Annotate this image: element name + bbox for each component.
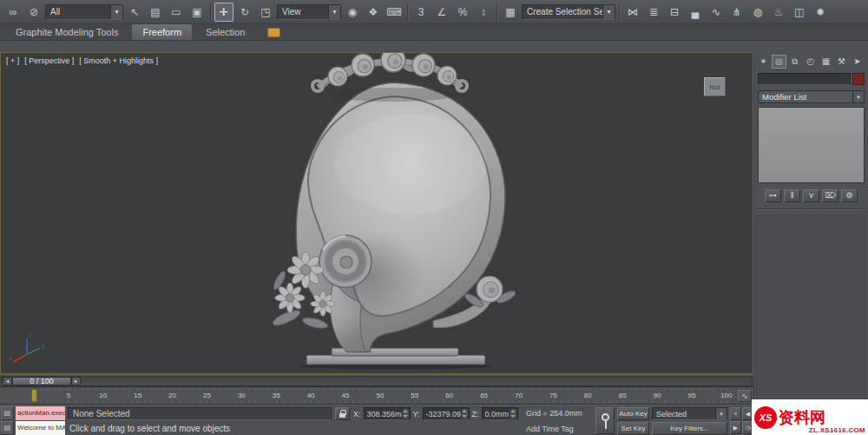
ribbon-display-toggle[interactable] [267, 28, 280, 37]
mirror-icon[interactable]: ⋈ [623, 3, 642, 22]
track-bar[interactable]: 0510152025303540455055606570758085909510… [0, 386, 753, 405]
display-tab[interactable]: ▦ [819, 55, 833, 69]
transform-type-in: X: 308.356mm Y: -32379.09 Z: 0.0mm [353, 407, 518, 420]
select-and-manipulate-icon[interactable]: ❖ [364, 3, 383, 22]
select-and-rotate-icon[interactable]: ↻ [235, 3, 254, 22]
spinner-icon[interactable] [462, 409, 468, 419]
angle-snap-icon[interactable]: ∠ [432, 3, 451, 22]
select-object-icon[interactable]: ↖ [125, 3, 144, 22]
spinner-icon[interactable] [403, 409, 409, 419]
floating-note-box[interactable]: Not [704, 77, 726, 96]
macro-recorder-field[interactable]: actionMan.exec... [16, 406, 65, 420]
modifier-stack[interactable] [758, 107, 865, 183]
curve-editor-icon[interactable]: ∿ [707, 3, 726, 22]
x-coordinate-field[interactable]: 308.356mm [364, 407, 411, 420]
watermark-brand: 资料网 [779, 407, 825, 428]
set-keys-button[interactable] [595, 407, 615, 434]
toolbar-separator [210, 3, 211, 21]
create-tab[interactable]: ✶ [756, 55, 771, 69]
perspective-viewport[interactable]: [ + ] [ Perspective ] [ Smooth + Highlig… [0, 52, 753, 374]
motion-tab[interactable]: ◴ [803, 55, 818, 69]
viewport-label: [ + ] [ Perspective ] [ Smooth + Highlig… [6, 56, 158, 65]
show-end-result-button[interactable]: ‖ [784, 189, 800, 202]
percent-snap-icon[interactable]: % [453, 3, 472, 22]
z-coordinate-field[interactable]: 0.0mm [482, 407, 518, 420]
key-filters-button[interactable]: Key Filters... [652, 422, 727, 435]
tab-graphite-modeling-tools[interactable]: Graphite Modeling Tools [5, 24, 128, 40]
unlink-selection-icon[interactable]: ⊘ [24, 3, 43, 22]
maxscript-listener-icon[interactable]: ▤ [1, 421, 14, 435]
time-slider-track[interactable]: 0 / 100 [1, 376, 753, 386]
object-color-swatch[interactable] [852, 73, 865, 85]
go-to-start-button[interactable]: « [730, 407, 741, 420]
selection-status-field[interactable]: None Selected [68, 407, 332, 420]
align-icon[interactable]: ≣ [644, 3, 663, 22]
key-mode-dropdown[interactable]: Selected [652, 407, 727, 420]
time-slider-step-forward-button[interactable] [71, 377, 81, 386]
add-time-tag-button[interactable]: Add Time Tag [526, 425, 574, 433]
spinner-snap-icon[interactable]: ↕ [474, 3, 493, 22]
dropdown-arrow-icon[interactable] [328, 5, 340, 19]
time-slider-handle[interactable]: 0 / 100 [12, 377, 71, 386]
time-slider-step-back-button[interactable] [3, 377, 12, 386]
selection-filter-dropdown[interactable]: All [45, 4, 123, 20]
select-and-link-icon[interactable]: ∞ [3, 3, 23, 22]
y-coordinate-field[interactable]: -32379.09 [423, 407, 470, 420]
mini-curve-editor-button[interactable] [738, 390, 752, 402]
3dsmax-window: ∞⊘ All ↖▤▭▣ ✛↻◳ View ◉❖⌨ 3∠%↕ ▦ Create S… [0, 0, 868, 435]
trackbar-tick-label: 95 [684, 392, 700, 399]
schematic-view-icon[interactable]: ⋔ [727, 3, 746, 22]
select-and-scale-icon[interactable]: ◳ [256, 3, 275, 22]
modifier-list-dropdown[interactable]: Modifier List [758, 90, 865, 103]
spinner-icon[interactable] [510, 409, 516, 419]
modifier-list-label: Modifier List [762, 92, 806, 102]
trackbar-tick-label: 35 [268, 392, 284, 399]
layer-manager-icon[interactable]: ⊟ [665, 3, 684, 22]
render-production-icon[interactable]: ✹ [811, 3, 830, 22]
configure-modifier-sets-button[interactable]: ⚙ [841, 189, 858, 202]
modify-tab[interactable]: ◎ [772, 55, 786, 69]
watermark-url: ZL.XS1616.COM [809, 426, 865, 434]
keyboard-override-icon[interactable]: ⌨ [385, 3, 404, 22]
object-name-field[interactable] [758, 73, 851, 85]
panel-menu-icon[interactable]: ➤ [850, 55, 865, 69]
material-editor-icon[interactable]: ◍ [748, 3, 767, 22]
use-pivot-point-center-icon[interactable]: ◉ [343, 3, 362, 22]
hierarchy-tab[interactable]: ⧉ [787, 55, 802, 69]
set-key-button[interactable]: Set Key [617, 422, 649, 435]
trackbar-tick-label: 10 [95, 392, 111, 399]
remove-modifier-button[interactable]: ⌦ [822, 189, 838, 202]
reference-coordinate-dropdown[interactable]: View [277, 4, 341, 20]
play-animation-button[interactable]: ▶ [730, 421, 741, 434]
rendered-frame-window-icon[interactable]: ◫ [790, 3, 809, 22]
edit-named-selection-sets-icon[interactable]: ▦ [501, 3, 520, 22]
dropdown-arrow-icon[interactable] [852, 91, 864, 102]
selection-lock-toggle[interactable] [335, 407, 350, 420]
pin-stack-button[interactable]: ⊶ [765, 189, 781, 202]
dropdown-arrow-icon[interactable] [715, 408, 727, 419]
status-bar: ▤▤ actionMan.exec... Welcome to MAX None… [0, 405, 868, 435]
trackbar-tick-label: 75 [545, 392, 561, 399]
maxscript-listener-field[interactable]: Welcome to MAX [16, 421, 65, 435]
viewport-general-menu[interactable]: [ + ] [6, 56, 19, 65]
select-by-name-icon[interactable]: ▤ [146, 3, 165, 22]
auto-key-button[interactable]: Auto Key [617, 407, 649, 420]
rectangular-selection-region-icon[interactable]: ▭ [167, 3, 186, 22]
dropdown-arrow-icon[interactable] [602, 5, 615, 19]
tab-selection[interactable]: Selection [195, 24, 255, 40]
window-crossing-icon[interactable]: ▣ [187, 3, 207, 22]
make-unique-button[interactable]: ⋎ [803, 189, 819, 202]
viewport-pov-menu[interactable]: [ Perspective ] [24, 56, 74, 65]
viewport-shading-menu[interactable]: [ Smooth + Highlights ] [79, 56, 158, 65]
trackbar-position-marker[interactable] [31, 389, 37, 402]
utilities-tab[interactable]: ⚒ [834, 55, 849, 69]
named-selection-sets-dropdown[interactable]: Create Selection Se [522, 4, 615, 20]
render-setup-icon[interactable]: ♨ [769, 3, 788, 22]
snaps-toggle-3d-icon[interactable]: 3 [411, 3, 431, 22]
tab-freeform[interactable]: Freeform [132, 24, 192, 40]
macro-recorder-icon[interactable]: ▤ [1, 406, 14, 420]
graphite-ribbon-toggle-icon[interactable]: ▄ [686, 3, 705, 22]
select-and-move-icon[interactable]: ✛ [214, 3, 233, 22]
mirror-frame-model[interactable] [1, 53, 753, 373]
dropdown-arrow-icon[interactable] [110, 5, 122, 19]
